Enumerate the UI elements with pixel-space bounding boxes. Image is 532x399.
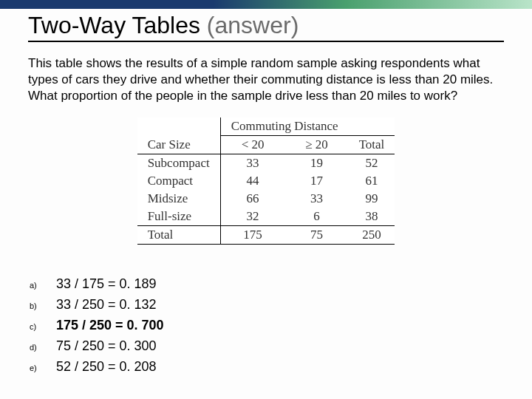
total-label: Total — [137, 226, 221, 245]
choice-label: e) — [28, 362, 56, 375]
col-lt20: < 20 — [220, 136, 284, 154]
header-accent-bar — [0, 0, 532, 9]
car-size-header: Car Size — [137, 136, 221, 154]
choice-text: 75 / 250 = 0. 300 — [56, 336, 157, 357]
cell: 75 — [284, 226, 348, 245]
col-ge20: ≥ 20 — [284, 136, 348, 154]
question-text: This table shows the results of a simple… — [28, 55, 504, 104]
cell: 6 — [284, 208, 348, 226]
cell: 44 — [220, 172, 284, 190]
choice-c: c) 175 / 250 = 0. 700 — [28, 316, 504, 336]
cell: 52 — [349, 154, 395, 173]
choice-b: b) 33 / 250 = 0. 132 — [28, 295, 504, 316]
data-table: Commuting Distance Car Size < 20 ≥ 20 To… — [137, 117, 395, 245]
choice-label: c) — [28, 321, 56, 333]
choice-d: d) 75 / 250 = 0. 300 — [28, 336, 504, 357]
cell: 99 — [349, 190, 395, 208]
row-label: Midsize — [137, 190, 221, 208]
choice-label: b) — [28, 300, 56, 313]
cell: 17 — [284, 172, 348, 190]
cell: 32 — [220, 208, 284, 226]
table-header-cols: Car Size < 20 ≥ 20 Total — [137, 136, 395, 154]
table-total-row: Total 175 75 250 — [137, 226, 395, 245]
choice-a: a) 33 / 175 = 0. 189 — [28, 274, 504, 295]
choice-text: 52 / 250 = 0. 208 — [56, 357, 157, 378]
data-table-wrap: Commuting Distance Car Size < 20 ≥ 20 To… — [28, 117, 504, 245]
choice-text: 33 / 250 = 0. 132 — [56, 295, 157, 316]
cell: 250 — [349, 226, 395, 245]
table-header-span: Commuting Distance — [137, 117, 395, 136]
cell: 33 — [220, 154, 284, 173]
col-total: Total — [349, 136, 395, 154]
row-label: Subcompact — [137, 154, 221, 173]
table-row: Subcompact 33 19 52 — [137, 154, 395, 173]
row-label: Compact — [137, 172, 221, 190]
choice-label: a) — [28, 279, 56, 292]
slide-content: Two-Way Tables (answer) This table shows… — [0, 9, 532, 378]
choice-text: 33 / 175 = 0. 189 — [56, 274, 157, 295]
answer-choices: a) 33 / 175 = 0. 189 b) 33 / 250 = 0. 13… — [28, 274, 504, 377]
choice-e: e) 52 / 250 = 0. 208 — [28, 357, 504, 378]
commuting-distance-header: Commuting Distance — [220, 117, 348, 136]
cell: 175 — [220, 226, 284, 245]
slide-title: Two-Way Tables (answer) — [28, 12, 504, 42]
table-row: Midsize 66 33 99 — [137, 190, 395, 208]
cell: 19 — [284, 154, 348, 173]
cell: 33 — [284, 190, 348, 208]
title-answer-tag: (answer) — [207, 12, 299, 38]
cell: 66 — [220, 190, 284, 208]
row-label: Full-size — [137, 208, 221, 226]
cell: 38 — [349, 208, 395, 226]
cell: 61 — [349, 172, 395, 190]
title-main: Two-Way Tables — [28, 12, 207, 38]
choice-label: d) — [28, 341, 56, 354]
choice-text: 175 / 250 = 0. 700 — [56, 316, 164, 336]
table-row: Full-size 32 6 38 — [137, 208, 395, 226]
table-row: Compact 44 17 61 — [137, 172, 395, 190]
